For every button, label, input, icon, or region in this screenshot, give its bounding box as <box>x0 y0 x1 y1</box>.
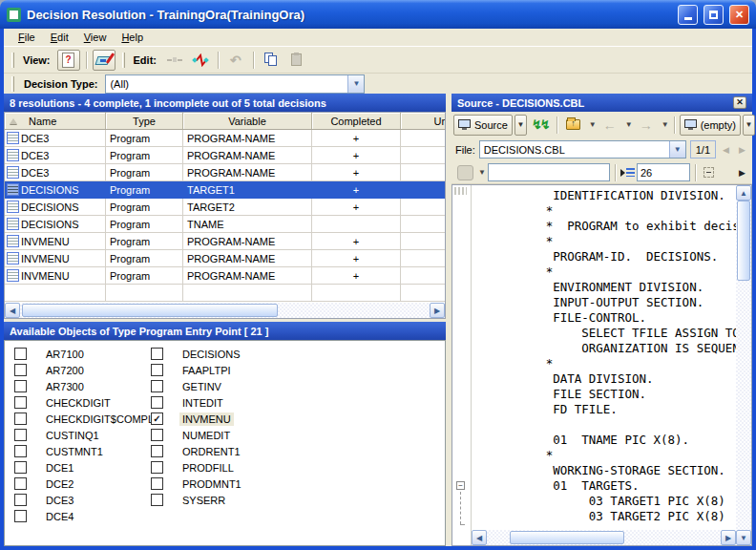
checkbox[interactable] <box>14 429 27 441</box>
checkbox[interactable] <box>14 364 27 376</box>
scroll-right-icon[interactable]: ▶ <box>721 530 736 545</box>
column-header-name[interactable]: Name <box>5 113 106 129</box>
column-header-unrea[interactable]: Unrea <box>401 113 446 129</box>
menu-edit[interactable]: Edit <box>44 31 75 44</box>
list-item[interactable]: DCE2 <box>14 476 157 492</box>
list-item[interactable]: PRODFILL <box>151 459 244 476</box>
search-input[interactable] <box>488 163 610 181</box>
list-item[interactable]: DECISIONS <box>151 346 244 362</box>
checkbox[interactable] <box>151 445 163 457</box>
checkbox[interactable] <box>151 477 163 490</box>
toolbar-overflow-icon[interactable]: ▶ <box>736 163 748 181</box>
open-folder-button[interactable] <box>562 115 585 136</box>
list-item[interactable]: AR7100 <box>14 346 157 362</box>
column-header-completed[interactable]: Completed <box>312 113 401 129</box>
chevron-down-icon[interactable]: ▼ <box>347 75 364 93</box>
scrollbar-track[interactable] <box>736 281 751 530</box>
source-view-button[interactable]: Source <box>453 115 513 136</box>
checkbox[interactable] <box>151 494 163 506</box>
back-dropdown-icon[interactable]: ▼ <box>625 120 633 129</box>
table-row[interactable]: INVMENUProgramPROGRAM-NAME+ <box>5 267 445 285</box>
code-view[interactable]: IDENTIFICATION DIVISION. * * PROGRAM to … <box>472 185 736 545</box>
toolbar-grip[interactable] <box>11 76 14 92</box>
decision-type-select[interactable]: (All) ▼ <box>105 74 365 94</box>
folder-dropdown-icon[interactable]: ▼ <box>589 120 597 129</box>
scrollbar-track[interactable] <box>624 530 721 545</box>
checkbox[interactable] <box>14 477 27 490</box>
list-item[interactable]: CHECKDIGIT <box>14 394 157 411</box>
list-item[interactable]: SYSERR <box>151 492 244 508</box>
list-item[interactable]: PRODMNT1 <box>151 476 244 492</box>
copy-button[interactable] <box>260 50 283 71</box>
checkbox[interactable] <box>151 364 163 376</box>
column-header-variable[interactable]: Variable <box>183 113 312 129</box>
minimize-button[interactable] <box>678 5 698 25</box>
checkbox[interactable] <box>14 380 27 392</box>
find-button[interactable] <box>455 162 474 183</box>
list-item[interactable]: CUSTMNT1 <box>14 443 157 459</box>
list-item[interactable]: AR7200 <box>14 362 157 378</box>
scroll-right-icon[interactable]: ▶ <box>430 303 445 318</box>
column-header-type[interactable]: Type <box>106 113 183 129</box>
menu-file[interactable]: File <box>11 31 42 44</box>
forward-dropdown-icon[interactable]: ▼ <box>662 120 669 129</box>
toolbar-grip[interactable] <box>11 53 14 68</box>
checkbox[interactable] <box>14 348 27 360</box>
list-item[interactable]: CHECKDIGIT$COMPL <box>14 411 157 427</box>
next-page-icon[interactable]: ▶ <box>736 140 748 159</box>
list-item[interactable]: DCE1 <box>14 459 157 476</box>
back-button[interactable]: ← <box>598 115 621 136</box>
checkbox[interactable] <box>14 396 27 409</box>
fold-collapse-icon[interactable]: − <box>456 481 465 490</box>
table-row[interactable]: INVMENUProgramPROGRAM-NAME+ <box>5 233 445 250</box>
source-close-button[interactable]: ✕ <box>733 96 746 109</box>
table-row[interactable]: DCE3ProgramPROGRAM-NAME+ <box>5 130 445 147</box>
paste-button[interactable] <box>285 50 308 71</box>
chevron-down-icon[interactable]: ▼ <box>669 141 685 158</box>
context-dropdown[interactable]: ▼ <box>743 115 755 136</box>
checkbox[interactable] <box>14 412 27 425</box>
list-item[interactable]: ✓INVMENU <box>151 411 244 427</box>
checkbox[interactable] <box>14 445 27 457</box>
menu-help[interactable]: Help <box>115 31 150 44</box>
table-row[interactable]: DECISIONSProgramTNAME <box>5 216 445 233</box>
checkbox[interactable] <box>151 461 163 474</box>
birdseye-view-button[interactable] <box>93 50 116 71</box>
list-item[interactable]: CUSTINQ1 <box>14 427 157 443</box>
scroll-down-icon[interactable]: ▼ <box>736 530 751 545</box>
find-dropdown-icon[interactable]: ▼ <box>478 168 486 177</box>
checkbox[interactable] <box>14 510 27 522</box>
list-item[interactable]: FAAPLTPI <box>151 362 244 378</box>
table-row[interactable]: DCE3ProgramPROGRAM-NAME+ <box>5 164 445 181</box>
list-item[interactable]: DCE4 <box>14 508 157 524</box>
table-row[interactable]: DCE3ProgramPROGRAM-NAME+ <box>5 147 445 164</box>
refresh-button[interactable]: ↯↯ <box>529 115 552 136</box>
break-button[interactable] <box>189 50 212 71</box>
table-row[interactable]: INVMENUProgramPROGRAM-NAME+ <box>5 250 445 267</box>
scrollbar-thumb[interactable] <box>737 201 750 281</box>
scroll-left-icon[interactable]: ◀ <box>5 303 20 318</box>
goto-line-icon[interactable] <box>620 168 635 177</box>
list-item[interactable]: DCE3 <box>14 492 157 508</box>
scroll-left-icon[interactable]: ◀ <box>472 530 487 545</box>
checkbox[interactable] <box>151 429 163 441</box>
code-horizontal-scrollbar[interactable]: ◀ ▶ <box>472 530 736 545</box>
scrollbar-track[interactable] <box>278 303 430 318</box>
checkbox[interactable] <box>151 380 163 392</box>
code-vertical-scrollbar[interactable]: ▲ ▼ <box>736 185 751 545</box>
checkbox[interactable]: ✓ <box>151 412 163 425</box>
scrollbar-thumb[interactable] <box>510 531 624 544</box>
table-row[interactable]: DECISIONSProgramTARGET2+ <box>5 199 445 216</box>
code-text[interactable]: IDENTIFICATION DIVISION. * * PROGRAM to … <box>472 185 736 530</box>
checkbox[interactable] <box>151 348 163 360</box>
context-empty-button[interactable]: (empty) <box>680 115 741 136</box>
grid-horizontal-scrollbar[interactable]: ◀ ▶ <box>5 303 445 318</box>
list-item[interactable]: AR7300 <box>14 378 157 394</box>
list-item[interactable]: ORDRENT1 <box>151 443 244 459</box>
table-row[interactable]: DECISIONSProgramTARGET1+ <box>5 181 445 199</box>
scrollbar-thumb[interactable] <box>22 304 278 317</box>
maximize-button[interactable] <box>704 5 724 25</box>
prev-page-icon[interactable]: ◀ <box>720 140 732 159</box>
toolbar-grip[interactable] <box>122 53 125 68</box>
checkbox[interactable] <box>14 494 27 506</box>
